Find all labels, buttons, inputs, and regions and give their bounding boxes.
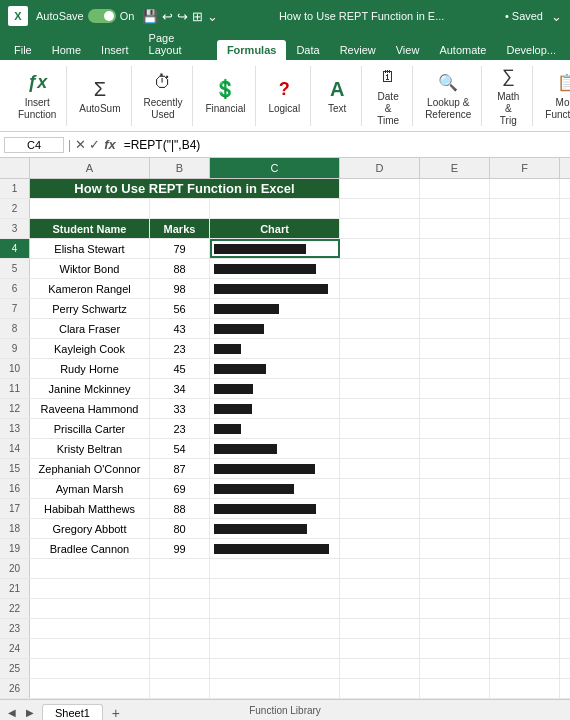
- cell-chart-18[interactable]: [210, 519, 340, 538]
- cell-d-8[interactable]: [340, 319, 420, 338]
- tab-view[interactable]: View: [386, 40, 430, 60]
- cell-d-11[interactable]: [340, 379, 420, 398]
- header-student-name[interactable]: Student Name: [30, 219, 150, 238]
- cell-chart-7[interactable]: [210, 299, 340, 318]
- col-header-a[interactable]: A: [30, 158, 150, 178]
- cell-e-14[interactable]: [420, 439, 490, 458]
- cell-name-17[interactable]: Habibah Matthews: [30, 499, 150, 518]
- more-icon[interactable]: ⌄: [207, 9, 218, 24]
- confirm-icon[interactable]: ✓: [89, 137, 100, 152]
- cell-f-7[interactable]: [490, 299, 560, 318]
- cell-d-12[interactable]: [340, 399, 420, 418]
- cell-f-15[interactable]: [490, 459, 560, 478]
- math-button[interactable]: ∑ Math &Trig: [490, 63, 526, 129]
- cell-chart-17[interactable]: [210, 499, 340, 518]
- cell-f3[interactable]: [490, 219, 560, 238]
- col-header-e[interactable]: E: [420, 158, 490, 178]
- cell-name-7[interactable]: Perry Schwartz: [30, 299, 150, 318]
- cell-d-7[interactable]: [340, 299, 420, 318]
- autosave-area[interactable]: AutoSave On: [36, 9, 134, 23]
- cell-e-17[interactable]: [420, 499, 490, 518]
- cell-e-16[interactable]: [420, 479, 490, 498]
- cell-f-18[interactable]: [490, 519, 560, 538]
- col-header-f[interactable]: F: [490, 158, 560, 178]
- cell-name-18[interactable]: Gregory Abbott: [30, 519, 150, 538]
- header-chart[interactable]: Chart: [210, 219, 340, 238]
- cell-e-15[interactable]: [420, 459, 490, 478]
- cell-marks-7[interactable]: 56: [150, 299, 210, 318]
- cell-c2[interactable]: [210, 199, 340, 218]
- cell-d-17[interactable]: [340, 499, 420, 518]
- cell-f-16[interactable]: [490, 479, 560, 498]
- financial-button[interactable]: 💲 Financial: [201, 75, 249, 116]
- cell-chart-11[interactable]: [210, 379, 340, 398]
- cell-name-4[interactable]: Elisha Stewart: [30, 239, 150, 258]
- cell-marks-5[interactable]: 88: [150, 259, 210, 278]
- cell-d-4[interactable]: [340, 239, 420, 258]
- cell-marks-8[interactable]: 43: [150, 319, 210, 338]
- nav-left-arrow[interactable]: ◀: [4, 705, 20, 721]
- cell-f2[interactable]: [490, 199, 560, 218]
- datetime-button[interactable]: 🗓 Date &Time: [370, 63, 406, 129]
- cell-chart-16[interactable]: [210, 479, 340, 498]
- cell-d-19[interactable]: [340, 539, 420, 558]
- cell-f-11[interactable]: [490, 379, 560, 398]
- cell-chart-12[interactable]: [210, 399, 340, 418]
- cell-e-10[interactable]: [420, 359, 490, 378]
- cell-f-14[interactable]: [490, 439, 560, 458]
- cell-f-12[interactable]: [490, 399, 560, 418]
- sheet-tab-1[interactable]: Sheet1: [42, 704, 103, 720]
- cell-e-12[interactable]: [420, 399, 490, 418]
- cell-marks-15[interactable]: 87: [150, 459, 210, 478]
- name-box[interactable]: [4, 137, 64, 153]
- cell-d-10[interactable]: [340, 359, 420, 378]
- cell-e1[interactable]: [420, 179, 490, 198]
- text-button[interactable]: A Text: [319, 75, 355, 116]
- cell-f-19[interactable]: [490, 539, 560, 558]
- cell-f-17[interactable]: [490, 499, 560, 518]
- more-functions-button[interactable]: 📋 MoreFunctions: [541, 69, 570, 123]
- cell-f-13[interactable]: [490, 419, 560, 438]
- col-header-b[interactable]: B: [150, 158, 210, 178]
- cell-d1[interactable]: [340, 179, 420, 198]
- cell-e-18[interactable]: [420, 519, 490, 538]
- cancel-icon[interactable]: ✕: [75, 137, 86, 152]
- cell-d-9[interactable]: [340, 339, 420, 358]
- cell-marks-13[interactable]: 23: [150, 419, 210, 438]
- cell-marks-10[interactable]: 45: [150, 359, 210, 378]
- cell-name-10[interactable]: Rudy Horne: [30, 359, 150, 378]
- tab-developer[interactable]: Develop...: [496, 40, 566, 60]
- cell-marks-12[interactable]: 33: [150, 399, 210, 418]
- cell-f-4[interactable]: [490, 239, 560, 258]
- cell-e-4[interactable]: [420, 239, 490, 258]
- cell-d2[interactable]: [340, 199, 420, 218]
- cell-e-8[interactable]: [420, 319, 490, 338]
- save-icon[interactable]: 💾: [142, 9, 158, 24]
- cell-chart-4[interactable]: [210, 239, 340, 258]
- cell-chart-14[interactable]: [210, 439, 340, 458]
- tab-page-layout[interactable]: Page Layout: [139, 28, 217, 60]
- cell-f-5[interactable]: [490, 259, 560, 278]
- cell-e-19[interactable]: [420, 539, 490, 558]
- cell-chart-8[interactable]: [210, 319, 340, 338]
- undo-icon[interactable]: ↩: [162, 9, 173, 24]
- cell-name-16[interactable]: Ayman Marsh: [30, 479, 150, 498]
- cell-d-13[interactable]: [340, 419, 420, 438]
- autosave-toggle[interactable]: [88, 9, 116, 23]
- col-header-d[interactable]: D: [340, 158, 420, 178]
- cell-name-11[interactable]: Janine Mckinney: [30, 379, 150, 398]
- cell-e2[interactable]: [420, 199, 490, 218]
- cell-e-9[interactable]: [420, 339, 490, 358]
- cell-name-9[interactable]: Kayleigh Cook: [30, 339, 150, 358]
- cell-marks-17[interactable]: 88: [150, 499, 210, 518]
- lookup-button[interactable]: 🔍 Lookup &Reference: [421, 69, 475, 123]
- autosum-button[interactable]: Σ AutoSum: [75, 75, 124, 116]
- col-header-c[interactable]: C: [210, 158, 340, 178]
- title-cell[interactable]: How to Use REPT Function in Excel: [30, 179, 340, 198]
- cell-name-8[interactable]: Clara Fraser: [30, 319, 150, 338]
- tab-home[interactable]: Home: [42, 40, 91, 60]
- cell-e-6[interactable]: [420, 279, 490, 298]
- cell-f-10[interactable]: [490, 359, 560, 378]
- cell-name-13[interactable]: Priscilla Carter: [30, 419, 150, 438]
- cell-e-7[interactable]: [420, 299, 490, 318]
